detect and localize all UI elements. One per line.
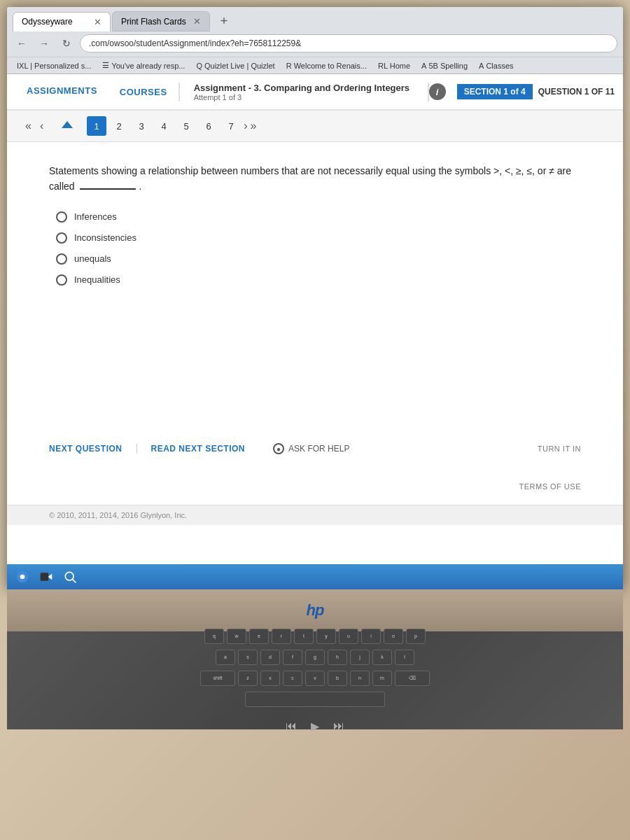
tab-flashcards-close[interactable]: ✕ bbox=[193, 16, 201, 27]
bookmark-spelling[interactable]: A 5B Spelling bbox=[417, 60, 472, 71]
tab-odysseyware[interactable]: Odysseyware ✕ bbox=[13, 12, 111, 31]
key-n[interactable]: n bbox=[350, 671, 370, 686]
key-t[interactable]: t bbox=[294, 629, 314, 644]
reload-button[interactable]: ↻ bbox=[57, 34, 76, 52]
key-c[interactable]: c bbox=[283, 671, 302, 686]
copyright-bar: © 2010, 2011, 2014, 2016 Glynlyon, Inc. bbox=[7, 505, 623, 525]
key-v[interactable]: v bbox=[305, 671, 325, 686]
key-s[interactable]: s bbox=[238, 650, 258, 665]
taskbar-video-icon[interactable] bbox=[36, 567, 56, 587]
bookmark-quizlet[interactable]: Q Quizlet Live | Quizlet bbox=[192, 60, 279, 71]
key-o[interactable]: o bbox=[384, 629, 403, 644]
question-badge: QUESTION 1 OF 11 bbox=[538, 87, 615, 97]
radio-1[interactable] bbox=[56, 211, 67, 223]
key-j[interactable]: j bbox=[350, 650, 370, 665]
key-backspace[interactable]: ⌫ bbox=[395, 671, 430, 686]
key-a[interactable]: a bbox=[216, 650, 235, 665]
svg-point-1 bbox=[20, 575, 25, 580]
tab-flashcards-label: Print Flash Cards bbox=[121, 17, 189, 27]
key-d[interactable]: d bbox=[260, 650, 280, 665]
ask-for-help-button[interactable]: ● ASK FOR HELP bbox=[259, 443, 349, 454]
media-forward[interactable]: ⏭ bbox=[333, 720, 344, 732]
address-input[interactable] bbox=[80, 34, 617, 52]
ask-help-label: ASK FOR HELP bbox=[288, 444, 349, 454]
radio-3[interactable] bbox=[56, 253, 67, 265]
key-i[interactable]: i bbox=[361, 629, 381, 644]
key-shift[interactable]: shift bbox=[200, 671, 235, 686]
bookmark-classes[interactable]: A Classes bbox=[475, 60, 517, 71]
pagination-num-3[interactable]: 3 bbox=[132, 116, 151, 136]
answer-option-1[interactable]: Inferences bbox=[56, 211, 581, 223]
key-k[interactable]: k bbox=[372, 650, 392, 665]
key-u[interactable]: u bbox=[339, 629, 358, 644]
pagination-num-6[interactable]: 6 bbox=[199, 116, 218, 136]
tab-odysseyware-label: Odysseyware bbox=[22, 17, 90, 27]
terms-of-use-link[interactable]: TERMS OF USE bbox=[519, 482, 581, 491]
svg-rect-2 bbox=[41, 573, 49, 581]
pagination-triangle bbox=[62, 121, 73, 128]
key-h[interactable]: h bbox=[328, 650, 347, 665]
blank-line bbox=[80, 188, 136, 190]
taskbar bbox=[7, 564, 623, 589]
key-y[interactable]: y bbox=[316, 629, 336, 644]
radio-4[interactable] bbox=[56, 274, 67, 286]
tab-flashcards[interactable]: Print Flash Cards ✕ bbox=[112, 11, 210, 31]
nav-courses[interactable]: COURSES bbox=[108, 74, 178, 109]
top-nav: ASSIGNMENTS COURSES Assignment - 3. Comp… bbox=[7, 74, 623, 111]
bookmark-renais[interactable]: R Welcome to Renais... bbox=[282, 60, 371, 71]
key-space[interactable] bbox=[245, 692, 385, 707]
next-question-button[interactable]: NEXT QUESTION bbox=[49, 444, 122, 454]
pagination-num-5[interactable]: 5 bbox=[176, 116, 196, 136]
answer-option-2[interactable]: Inconsistencies bbox=[56, 232, 581, 244]
browser-tab-bar: Odysseyware ✕ Print Flash Cards ✕ + bbox=[7, 7, 623, 31]
key-p[interactable]: p bbox=[406, 629, 426, 644]
answer-option-4[interactable]: Inequalities bbox=[56, 274, 581, 286]
back-button[interactable]: ← bbox=[13, 34, 31, 52]
pagination-num-4[interactable]: 4 bbox=[154, 116, 174, 136]
new-tab-button[interactable]: + bbox=[214, 12, 234, 31]
keyboard-row-2: a s d f g h j k l bbox=[216, 650, 414, 665]
pagination-last[interactable]: » bbox=[251, 120, 257, 132]
key-r[interactable]: r bbox=[272, 629, 291, 644]
key-q[interactable]: q bbox=[204, 629, 224, 644]
key-b[interactable]: b bbox=[328, 671, 347, 686]
answer-options: Inferences Inconsistencies unequals Ineq… bbox=[56, 211, 581, 286]
bookmark-ixl[interactable]: IXL | Personalized s... bbox=[13, 60, 95, 71]
pagination-next[interactable]: › bbox=[244, 120, 247, 132]
key-g[interactable]: g bbox=[305, 650, 325, 665]
taskbar-search-icon[interactable] bbox=[60, 567, 80, 587]
taskbar-chrome-icon[interactable] bbox=[13, 567, 32, 587]
pagination-first[interactable]: « bbox=[21, 120, 36, 132]
pagination-num-1[interactable]: 1 bbox=[87, 116, 106, 136]
nav-assignments[interactable]: ASSIGNMENTS bbox=[15, 74, 108, 109]
section-badge: SECTION 1 of 4 bbox=[457, 84, 533, 99]
media-rewind[interactable]: ⏮ bbox=[286, 720, 297, 732]
key-z[interactable]: z bbox=[238, 671, 258, 686]
media-play[interactable]: ▶ bbox=[311, 720, 319, 733]
read-next-section-button[interactable]: READ NEXT SECTION bbox=[136, 444, 246, 454]
pagination-prev[interactable]: ‹ bbox=[36, 120, 48, 132]
assignment-info: Assignment - 3. Comparing and Ordering I… bbox=[178, 83, 429, 102]
pagination-num-7[interactable]: 7 bbox=[221, 116, 241, 136]
key-f[interactable]: f bbox=[283, 650, 302, 665]
radio-2[interactable] bbox=[56, 232, 67, 244]
pagination-bar: « ‹ 1 2 3 4 5 6 7 › » bbox=[7, 111, 623, 142]
pagination-num-2[interactable]: 2 bbox=[109, 116, 129, 136]
tab-odysseyware-close[interactable]: ✕ bbox=[94, 17, 102, 27]
info-icon[interactable]: i bbox=[429, 83, 446, 100]
forward-button[interactable]: → bbox=[35, 34, 53, 52]
bookmark-rl-home[interactable]: RL Home bbox=[374, 60, 414, 71]
key-x[interactable]: x bbox=[260, 671, 280, 686]
key-l[interactable]: l bbox=[395, 650, 414, 665]
bookmark-already-resp[interactable]: ☰ You've already resp... bbox=[98, 59, 189, 71]
media-controls: ⏮ ▶ ⏭ bbox=[286, 720, 344, 733]
laptop-bottom: hp bbox=[7, 589, 623, 631]
keyboard-area: q w e r t y u i o p a s d f g h j k l sh… bbox=[7, 631, 623, 729]
key-e[interactable]: e bbox=[249, 629, 269, 644]
key-m[interactable]: m bbox=[372, 671, 392, 686]
answer-option-3[interactable]: unequals bbox=[56, 253, 581, 265]
bookmarks-bar: IXL | Personalized s... ☰ You've already… bbox=[7, 57, 623, 74]
answer-label-3: unequals bbox=[74, 253, 111, 264]
turn-it-in-button[interactable]: TURN IT IN bbox=[538, 444, 581, 453]
key-w[interactable]: w bbox=[227, 629, 246, 644]
